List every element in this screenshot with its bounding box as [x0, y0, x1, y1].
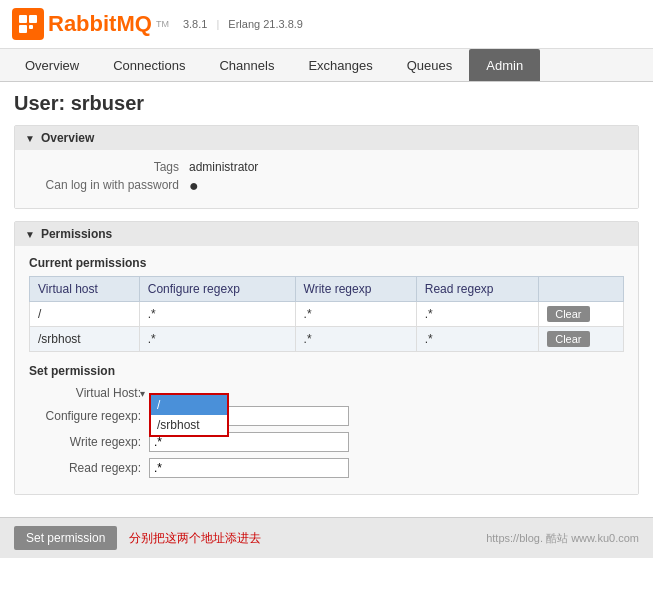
title-prefix: User:	[14, 92, 65, 114]
logo-wordmark: RabbitMQ	[48, 11, 152, 37]
overview-section-header[interactable]: ▼ Overview	[15, 126, 638, 150]
overview-section-body: Tags administrator Can log in with passw…	[15, 150, 638, 208]
cell-read: .*	[416, 302, 538, 327]
page-content: User: srbuser ▼ Overview Tags administra…	[0, 82, 653, 517]
vhost-row: Virtual Host: //srbhost ▾ / /srbhost	[29, 386, 624, 400]
write-regexp-row: Write regexp:	[29, 432, 624, 452]
nav-connections[interactable]: Connections	[96, 49, 202, 81]
permissions-section-body: Current permissions Virtual host Configu…	[15, 246, 638, 494]
set-permission-title: Set permission	[29, 364, 624, 378]
page-title: User: srbuser	[14, 92, 639, 115]
cell-action: Clear	[539, 327, 624, 352]
permissions-table: Virtual host Configure regexp Write rege…	[29, 276, 624, 352]
vhost-option-root[interactable]: /	[151, 395, 227, 415]
col-configure: Configure regexp	[139, 277, 295, 302]
overview-arrow-icon: ▼	[25, 133, 35, 144]
col-action	[539, 277, 624, 302]
write-regexp-label: Write regexp:	[29, 435, 149, 449]
tags-value: administrator	[189, 160, 258, 174]
password-value: ●	[189, 178, 199, 194]
vhost-dropdown-list: / /srbhost	[149, 393, 229, 437]
svg-rect-1	[29, 15, 37, 23]
table-header-row: Virtual host Configure regexp Write rege…	[30, 277, 624, 302]
svg-rect-0	[19, 15, 27, 23]
svg-rect-3	[29, 25, 33, 29]
configure-regexp-label: Configure regexp:	[29, 409, 149, 423]
tags-label: Tags	[29, 160, 189, 174]
current-permissions-label: Current permissions	[29, 256, 624, 270]
col-vhost: Virtual host	[30, 277, 140, 302]
nav-exchanges[interactable]: Exchanges	[291, 49, 389, 81]
table-row: /srbhost .* .* .* Clear	[30, 327, 624, 352]
permissions-section-header[interactable]: ▼ Permissions	[15, 222, 638, 246]
nav-overview[interactable]: Overview	[8, 49, 96, 81]
main-nav: Overview Connections Channels Exchanges …	[0, 49, 653, 82]
clear-button[interactable]: Clear	[547, 331, 589, 347]
set-permission-button[interactable]: Set permission	[14, 526, 117, 550]
nav-admin[interactable]: Admin	[469, 49, 540, 81]
col-write: Write regexp	[295, 277, 416, 302]
hint-text: 分别把这两个地址添进去	[129, 530, 486, 547]
cell-write: .*	[295, 327, 416, 352]
cell-action: Clear	[539, 302, 624, 327]
permissions-section: ▼ Permissions Current permissions Virtua…	[14, 221, 639, 495]
read-regexp-row: Read regexp:	[29, 458, 624, 478]
cell-configure: .*	[139, 302, 295, 327]
vhost-option-srbhost[interactable]: /srbhost	[151, 415, 227, 435]
permissions-section-title: Permissions	[41, 227, 112, 241]
vhost-label: Virtual Host:	[29, 386, 149, 400]
cell-write: .*	[295, 302, 416, 327]
app-version: 3.8.1	[183, 18, 207, 30]
erlang-version: 21.3.8.9	[263, 18, 303, 30]
tags-row: Tags administrator	[29, 160, 624, 174]
configure-regexp-row: Configure regexp:	[29, 406, 624, 426]
overview-section-title: Overview	[41, 131, 94, 145]
cell-read: .*	[416, 327, 538, 352]
app-header: RabbitMQ TM 3.8.1 | Erlang 21.3.8.9	[0, 0, 653, 49]
overview-section: ▼ Overview Tags administrator Can log in…	[14, 125, 639, 209]
read-regexp-input[interactable]	[149, 458, 349, 478]
cell-configure: .*	[139, 327, 295, 352]
logo: RabbitMQ TM	[12, 8, 169, 40]
watermark: https://blog. 酷站 www.ku0.com	[486, 531, 639, 546]
permissions-arrow-icon: ▼	[25, 229, 35, 240]
clear-button[interactable]: Clear	[547, 306, 589, 322]
table-row: / .* .* .* Clear	[30, 302, 624, 327]
erlang-label: Erlang	[228, 18, 260, 30]
nav-channels[interactable]: Channels	[202, 49, 291, 81]
cell-vhost: /	[30, 302, 140, 327]
col-read: Read regexp	[416, 277, 538, 302]
nav-queues[interactable]: Queues	[390, 49, 470, 81]
version-info: 3.8.1 | Erlang 21.3.8.9	[183, 18, 303, 30]
logo-icon	[12, 8, 44, 40]
cell-vhost: /srbhost	[30, 327, 140, 352]
username: srbuser	[71, 92, 144, 114]
password-row: Can log in with password ●	[29, 178, 624, 194]
password-label: Can log in with password	[29, 178, 189, 194]
read-regexp-label: Read regexp:	[29, 461, 149, 475]
bottom-bar: Set permission 分别把这两个地址添进去 https://blog.…	[0, 517, 653, 558]
svg-rect-2	[19, 25, 27, 33]
logo-tm: TM	[156, 19, 169, 29]
